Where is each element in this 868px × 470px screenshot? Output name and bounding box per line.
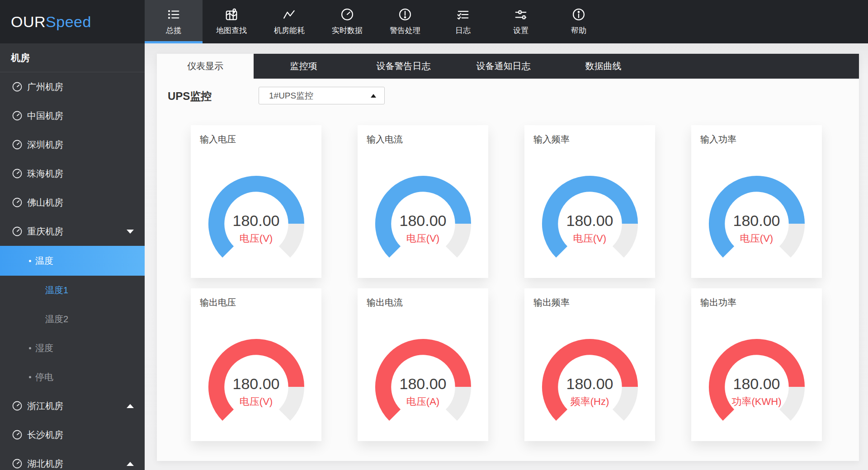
gauge-card-input-current: 输入电流 180.00 电压(V) xyxy=(358,125,488,278)
bullet-dot xyxy=(29,347,31,349)
settings-sliders-icon xyxy=(514,8,528,21)
sidebar-item-shenzhen[interactable]: 深圳机房 xyxy=(0,130,145,159)
gauge-icon xyxy=(12,81,23,92)
sidebar-item-zhejiang[interactable]: 浙江机房 xyxy=(0,391,145,420)
gauge-card-title: 输出电流 xyxy=(367,296,403,309)
gauge-value: 180.00 xyxy=(208,375,305,393)
gauge-value: 180.00 xyxy=(374,375,472,393)
gauge: 180.00 电压(A) xyxy=(374,338,472,436)
sidebar-item-temperature1[interactable]: 温度1 xyxy=(0,276,145,305)
gauge-card-title: 输出功率 xyxy=(700,296,736,309)
sidebar-item-hubei[interactable]: 湖北机房 xyxy=(0,449,145,470)
sidebar-item-foshan[interactable]: 佛山机房 xyxy=(0,188,145,217)
content-panel: 仪表显示 监控项 设备警告日志 设备通知日志 数据曲线 UPS监控 1#UPS监… xyxy=(157,54,859,461)
gauge-card-output-frequency: 输出频率 180.00 频率(Hz) xyxy=(524,288,655,441)
gauge-card-input-power: 输入功率 180.00 电压(V) xyxy=(691,125,822,278)
gauge: 180.00 功率(KWH) xyxy=(708,338,806,436)
gauge-unit-label: 电压(V) xyxy=(708,232,806,245)
main-content: 仪表显示 监控项 设备警告日志 设备通知日志 数据曲线 UPS监控 1#UPS监… xyxy=(145,43,868,470)
nav-item-alerts[interactable]: 警告处理 xyxy=(376,0,434,43)
gauge-card-title: 输入频率 xyxy=(533,133,570,146)
gauge-card-output-current: 输出电流 180.00 电压(A) xyxy=(358,288,488,441)
nav-label: 总揽 xyxy=(166,25,181,36)
tab-gauge-display[interactable]: 仪表显示 xyxy=(157,54,254,79)
nav-item-settings[interactable]: 设置 xyxy=(492,0,550,43)
ups-device-select-value: 1#UPS监控 xyxy=(269,90,313,102)
gauge-value: 180.00 xyxy=(374,212,472,230)
gauge-unit-label: 电压(V) xyxy=(208,395,305,409)
nav-item-map-search[interactable]: 地图查找 xyxy=(203,0,260,43)
ups-section-label: UPS监控 xyxy=(168,89,212,103)
gauge-unit-label: 电压(A) xyxy=(374,395,472,409)
sidebar-item-chongqing[interactable]: 重庆机房 xyxy=(0,217,145,246)
chevron-down-icon xyxy=(127,230,134,234)
logo-text-our: OUR xyxy=(11,13,46,31)
ups-device-select[interactable]: 1#UPS监控 xyxy=(259,87,385,104)
app-logo: OURSpeed xyxy=(11,0,91,43)
chevron-up-icon xyxy=(371,94,376,98)
gauge-icon xyxy=(12,197,23,208)
gauge-icon xyxy=(12,139,23,150)
energy-pulse-icon xyxy=(283,8,296,21)
gauge-value: 180.00 xyxy=(708,212,806,230)
gauge-card-title: 输出频率 xyxy=(533,296,570,309)
alert-circle-icon xyxy=(398,8,412,21)
nav-label: 帮助 xyxy=(571,25,586,36)
gauge-unit-label: 电压(V) xyxy=(374,232,472,245)
gauge: 180.00 电压(V) xyxy=(208,175,305,273)
chevron-up-icon xyxy=(127,462,134,466)
nav-item-energy[interactable]: 机房能耗 xyxy=(260,0,318,43)
top-nav: 总揽 地图查找 机房能耗 实时数据 警告处理 xyxy=(145,0,608,43)
gauge-value: 180.00 xyxy=(541,212,639,230)
tab-monitor-items[interactable]: 监控项 xyxy=(254,54,354,79)
tab-data-curve[interactable]: 数据曲线 xyxy=(553,54,653,79)
gauge-icon xyxy=(12,400,23,411)
sidebar: 机房 广州机房 中国机房 深圳机房 珠海机房 佛山机房 重庆机房 温度 温度1 … xyxy=(0,43,145,470)
gauge: 180.00 电压(V) xyxy=(541,175,639,273)
nav-label: 实时数据 xyxy=(332,25,363,36)
tab-device-notify-log[interactable]: 设备通知日志 xyxy=(453,54,553,79)
nav-item-help[interactable]: 帮助 xyxy=(550,0,608,43)
nav-label: 设置 xyxy=(513,25,528,36)
gauge-card-output-power: 输出功率 180.00 功率(KWH) xyxy=(691,288,822,441)
bullet-dot xyxy=(29,376,31,378)
gauge-icon xyxy=(12,110,23,121)
nav-item-realtime[interactable]: 实时数据 xyxy=(318,0,376,43)
bullet-dot xyxy=(29,260,31,262)
gauge-icon xyxy=(12,458,23,469)
gauge: 180.00 频率(Hz) xyxy=(541,338,639,436)
sidebar-item-guangzhou[interactable]: 广州机房 xyxy=(0,72,145,101)
sidebar-item-power-outage[interactable]: 停电 xyxy=(0,362,145,391)
gauge-row-input: 输入电压 180.00 电压(V) 输入电流 18 xyxy=(191,125,822,278)
logo-text-speed: Speed xyxy=(46,13,91,31)
sidebar-item-zhongguo[interactable]: 中国机房 xyxy=(0,101,145,130)
gauge-icon xyxy=(12,226,23,237)
sidebar-item-zhuhai[interactable]: 珠海机房 xyxy=(0,159,145,188)
sidebar-item-changsha[interactable]: 长沙机房 xyxy=(0,420,145,449)
sidebar-item-humidity[interactable]: 湿度 xyxy=(0,334,145,362)
nav-item-logs[interactable]: 日志 xyxy=(434,0,492,43)
gauge-card-output-voltage: 输出电压 180.00 电压(V) xyxy=(191,288,321,441)
gauge-card-title: 输入电流 xyxy=(367,133,403,146)
nav-label: 地图查找 xyxy=(216,25,247,36)
tab-strip: 监控项 设备警告日志 设备通知日志 数据曲线 xyxy=(254,54,859,79)
gauge: 180.00 电压(V) xyxy=(208,338,305,436)
overview-list-icon xyxy=(167,8,180,21)
chevron-up-icon xyxy=(127,404,134,408)
sidebar-item-temperature2[interactable]: 温度2 xyxy=(0,305,145,334)
nav-label: 机房能耗 xyxy=(274,25,305,36)
gauge-card-title: 输入功率 xyxy=(700,133,736,146)
tab-device-alert-log[interactable]: 设备警告日志 xyxy=(354,54,453,79)
topbar: OURSpeed 总揽 地图查找 机房能耗 实时数据 xyxy=(0,0,868,43)
gauge-card-title: 输入电压 xyxy=(200,133,236,146)
gauge: 180.00 电压(V) xyxy=(374,175,472,273)
tab-bar: 仪表显示 监控项 设备警告日志 设备通知日志 数据曲线 xyxy=(157,54,859,79)
sidebar-section-title: 机房 xyxy=(0,43,145,72)
map-search-icon xyxy=(225,8,238,21)
sidebar-item-temperature[interactable]: 温度 xyxy=(0,246,145,276)
nav-item-overview[interactable]: 总揽 xyxy=(145,0,203,43)
gauge-unit-label: 电压(V) xyxy=(541,232,639,245)
gauge-value: 180.00 xyxy=(208,212,305,230)
gauge-value: 180.00 xyxy=(541,375,639,393)
gauge-unit-label: 电压(V) xyxy=(208,232,305,245)
